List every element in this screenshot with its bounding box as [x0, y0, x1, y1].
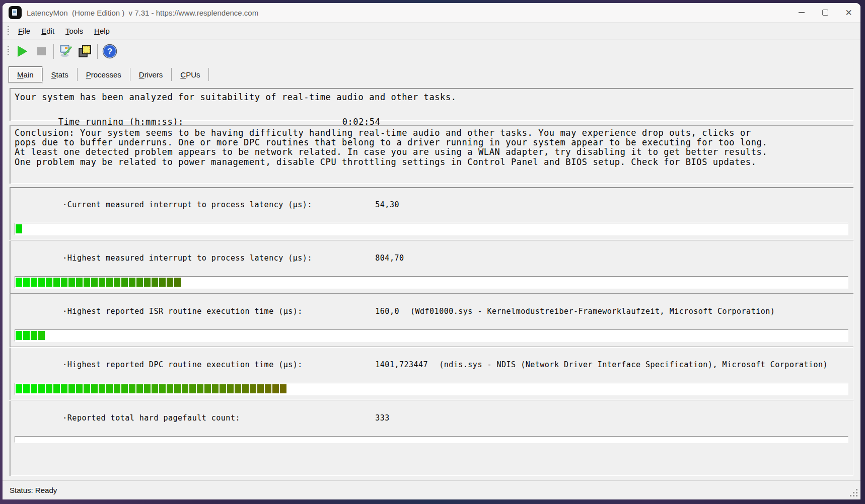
- measurement-row-highest-latency: ·Highest measured interrupt to process l…: [10, 240, 853, 293]
- menu-bar: File Edit Tools Help: [3, 22, 860, 39]
- conclusion-line: pops due to buffer underruns. One or mor…: [15, 138, 848, 147]
- svg-text:?: ?: [107, 47, 112, 56]
- title-bar: LatencyMon (Home Edition ) v 7.31 - http…: [3, 3, 860, 22]
- status-text: Status: Ready: [10, 486, 57, 494]
- tab-main[interactable]: Main: [9, 66, 42, 83]
- tab-cpus[interactable]: CPUs: [172, 67, 208, 82]
- resize-grip-icon[interactable]: [850, 489, 858, 497]
- tab-stats[interactable]: Stats: [43, 67, 77, 82]
- view-processes-button[interactable]: [76, 42, 95, 60]
- menu-tools[interactable]: Tools: [60, 25, 89, 37]
- question-mark-icon: ?: [102, 44, 117, 59]
- isr-bar: [15, 329, 848, 342]
- measurement-row-dpc-time: ·Highest reported DPC routine execution …: [10, 347, 853, 400]
- measurement-value: 54,30: [375, 200, 399, 209]
- conclusion-line: At least one detected problem appears to…: [15, 147, 848, 157]
- edit-options-button[interactable]: [56, 42, 76, 60]
- measurement-row-isr-time: ·Highest reported ISR routine execution …: [10, 293, 853, 347]
- measurement-detail: (ndis.sys - NDIS (Network Driver Interfa…: [439, 360, 828, 369]
- monitor-pencil-icon: [58, 44, 74, 59]
- toolbar-separator: [97, 44, 98, 59]
- menu-file[interactable]: File: [13, 25, 36, 37]
- tab-separator: [208, 68, 209, 81]
- close-button[interactable]: ✕: [837, 3, 860, 22]
- measurement-value: 333: [375, 413, 390, 423]
- start-monitor-button[interactable]: [13, 42, 32, 60]
- latencymon-window: LatencyMon (Home Edition ) v 7.31 - http…: [3, 3, 860, 499]
- dpc-bar: [15, 383, 848, 395]
- latency-bar: [15, 223, 848, 235]
- tab-processes[interactable]: Processes: [78, 67, 130, 82]
- conclusion-line: Conclusion: Your system seems to be havi…: [15, 128, 848, 138]
- pagefault-bar: [15, 436, 848, 443]
- stacked-windows-icon: [78, 44, 93, 59]
- menubar-grip[interactable]: [8, 26, 9, 36]
- maximize-icon: [822, 10, 828, 16]
- play-icon: [18, 46, 27, 57]
- measurement-label: ·Reported total hard pagefault count:: [62, 413, 375, 423]
- measurement-value: 160,0: [375, 307, 399, 316]
- maximize-button[interactable]: [813, 3, 837, 22]
- analysis-summary-text: Your system has been analyzed for suitab…: [15, 92, 848, 102]
- toolbar-grip[interactable]: [8, 46, 9, 56]
- main-content: Your system has been analyzed for suitab…: [3, 83, 860, 476]
- measurements-panel: ·Current measured interrupt to process l…: [10, 187, 853, 476]
- measurement-label: ·Highest measured interrupt to process l…: [62, 254, 375, 263]
- toolbar-separator: [53, 44, 54, 59]
- measurement-row-current-latency: ·Current measured interrupt to process l…: [10, 187, 853, 240]
- window-title: LatencyMon (Home Edition ) v 7.31 - http…: [27, 9, 258, 17]
- measurement-label: ·Highest reported DPC routine execution …: [62, 360, 375, 369]
- minimize-icon: [799, 12, 805, 13]
- measurement-value: 804,70: [375, 254, 404, 263]
- analysis-summary-panel: Your system has been analyzed for suitab…: [10, 88, 853, 121]
- window-controls: ✕: [789, 3, 860, 22]
- latency-bar: [15, 276, 848, 288]
- tab-drivers[interactable]: Drivers: [130, 67, 172, 82]
- minimize-button[interactable]: [789, 3, 813, 22]
- stop-icon: [37, 47, 46, 55]
- measurement-row-pagefaults: ·Reported total hard pagefault count:333: [10, 400, 853, 448]
- status-bar: Status: Ready: [3, 480, 860, 499]
- close-icon: ✕: [845, 9, 852, 17]
- measurement-label: ·Current measured interrupt to process l…: [62, 200, 375, 209]
- help-button[interactable]: ?: [100, 42, 119, 60]
- menu-edit[interactable]: Edit: [36, 25, 60, 37]
- measurement-value: 1401,723447: [375, 360, 428, 369]
- measurement-label: ·Highest reported ISR routine execution …: [62, 307, 375, 316]
- app-icon: [9, 6, 22, 19]
- menu-help[interactable]: Help: [89, 25, 115, 37]
- stop-monitor-button[interactable]: [32, 42, 51, 60]
- conclusion-panel: Conclusion: Your system seems to be havi…: [10, 125, 853, 184]
- toolbar: ?: [3, 39, 860, 62]
- measurement-detail: (Wdf01000.sys - Kernelmodustreiber-Frame…: [410, 307, 775, 316]
- tab-strip: Main Stats Processes Drivers CPUs: [3, 62, 860, 83]
- conclusion-line: One problem may be related to power mana…: [15, 157, 848, 167]
